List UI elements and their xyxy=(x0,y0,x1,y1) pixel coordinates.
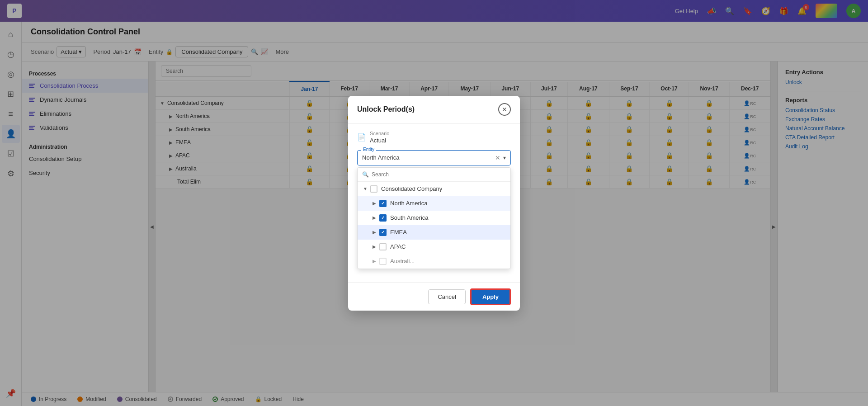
checkbox-consolidated[interactable] xyxy=(370,185,377,193)
checkbox-emea[interactable] xyxy=(379,229,387,236)
checkbox-australia[interactable] xyxy=(379,258,387,265)
modal-overlay: Unlock Period(s) ✕ 📄 Scenario Actual Ent… xyxy=(0,0,868,406)
dropdown-item-apac[interactable]: ▶ APAC xyxy=(358,240,510,254)
dropdown-item-label: APAC xyxy=(390,243,406,250)
scenario-field-group: 📄 Scenario Actual xyxy=(357,131,511,144)
check-expand-emea: ▶ xyxy=(362,229,387,236)
dropdown-item-emea[interactable]: ▶ EMEA xyxy=(358,225,510,240)
expand-emea-btn[interactable]: ▶ xyxy=(371,229,377,236)
expand-consolidated-btn[interactable]: ▼ xyxy=(362,186,368,192)
expand-australia-btn[interactable]: ▶ xyxy=(371,258,377,264)
dropdown-search-row: 🔍 xyxy=(358,168,510,182)
entity-float-label: Entity xyxy=(361,147,376,152)
check-expand-apac: ▶ xyxy=(362,243,387,250)
dropdown-search-icon: 🔍 xyxy=(362,171,369,178)
check-expand-sa: ▶ xyxy=(362,214,387,222)
dropdown-item-south-america[interactable]: ▶ South America xyxy=(358,211,510,225)
entity-select-value: North America xyxy=(362,154,495,161)
entity-clear-button[interactable]: ✕ xyxy=(495,154,500,161)
entity-select-field[interactable]: Entity North America ✕ ▾ xyxy=(357,150,511,165)
modal-close-button[interactable]: ✕ xyxy=(498,103,511,116)
dropdown-item-australia[interactable]: ▶ Australi... xyxy=(358,254,510,269)
dropdown-item-label: EMEA xyxy=(390,229,407,236)
dropdown-list: ▼ Consolidated Company ▶ North America xyxy=(358,182,510,269)
expand-sa-btn[interactable]: ▶ xyxy=(371,215,377,221)
entity-field-group: Entity North America ✕ ▾ 🔍 xyxy=(357,150,511,269)
cancel-button[interactable]: Cancel xyxy=(428,289,465,304)
dropdown-item-label: North America xyxy=(390,200,427,207)
apply-button[interactable]: Apply xyxy=(470,288,511,305)
dropdown-item-north-america[interactable]: ▶ North America xyxy=(358,196,510,211)
scenario-field-value: Actual xyxy=(370,137,389,144)
checkbox-apac[interactable] xyxy=(379,243,387,250)
dropdown-item-label: Australi... xyxy=(390,258,415,264)
unlock-modal: Unlock Period(s) ✕ 📄 Scenario Actual Ent… xyxy=(348,96,520,311)
dropdown-item-label: Consolidated Company xyxy=(381,185,442,192)
dropdown-search-input[interactable] xyxy=(372,171,506,178)
dropdown-item-label: South America xyxy=(390,214,429,221)
modal-title: Unlock Period(s) xyxy=(357,105,415,113)
scenario-field-label: Scenario xyxy=(370,131,389,136)
modal-body: 📄 Scenario Actual Entity North America ✕… xyxy=(348,123,520,283)
checkbox-north-america[interactable] xyxy=(379,200,387,207)
modal-footer: Cancel Apply xyxy=(348,283,520,311)
check-expand-australia: ▶ xyxy=(362,258,387,265)
entity-dropdown-arrow[interactable]: ▾ xyxy=(503,155,506,161)
check-expand-na: ▶ xyxy=(362,200,387,207)
check-expand-consolidated: ▼ xyxy=(362,185,377,193)
expand-apac-btn[interactable]: ▶ xyxy=(371,244,377,250)
document-icon: 📄 xyxy=(357,133,366,142)
entity-dropdown-panel: 🔍 ▼ Consolidated Company xyxy=(357,167,511,269)
modal-header: Unlock Period(s) ✕ xyxy=(348,96,520,123)
checkbox-south-america[interactable] xyxy=(379,214,387,222)
dropdown-item-consolidated[interactable]: ▼ Consolidated Company xyxy=(358,182,510,196)
expand-na-btn[interactable]: ▶ xyxy=(371,200,377,207)
